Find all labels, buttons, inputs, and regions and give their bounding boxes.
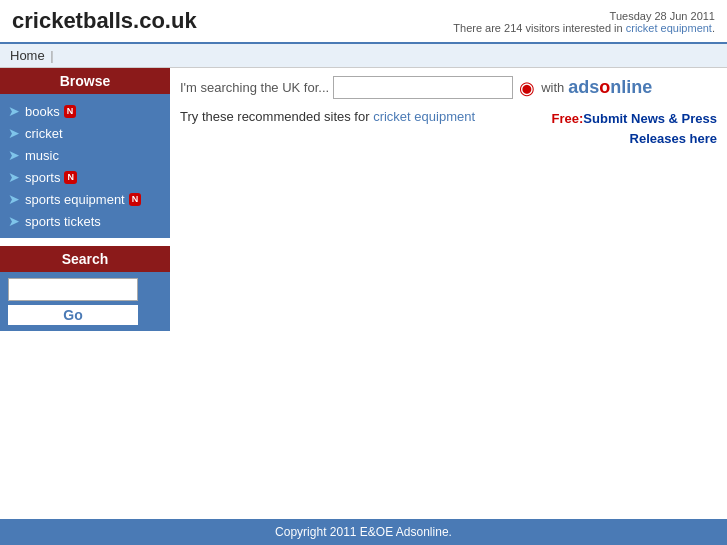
sidebar-list: ➤ books N ➤ cricket ➤ music ➤ sports N ➤… — [0, 94, 170, 238]
badge-new: N — [64, 105, 77, 118]
press-release: Free:Submit News & Press Releases here — [552, 109, 717, 148]
search-bar-label: I'm searching the UK for... — [180, 80, 329, 95]
site-title: cricketballs.co.uk — [12, 8, 197, 34]
sidebar-item-books[interactable]: ➤ books N — [8, 100, 162, 122]
bullet-icon: ➤ — [8, 125, 20, 141]
ads-online-logo: adsonline — [568, 77, 652, 98]
bullet-icon: ➤ — [8, 169, 20, 185]
search-header: Search — [0, 246, 170, 272]
sidebar-item-label: sports — [25, 170, 60, 185]
ads-text-pre: ads — [568, 77, 599, 97]
sidebar-item-sports-equipment[interactable]: ➤ sports equipment N — [8, 188, 162, 210]
visitor-text: There are 214 visitors interested in — [453, 22, 625, 34]
header-info: Tuesday 28 Jun 2011 There are 214 visito… — [453, 10, 715, 34]
bullet-icon: ➤ — [8, 147, 20, 163]
sidebar-item-label: music — [25, 148, 59, 163]
search-section-body: Go — [0, 272, 170, 331]
bullet-icon: ➤ — [8, 213, 20, 229]
uk-search-input[interactable] — [333, 76, 513, 99]
layout: Browse ➤ books N ➤ cricket ➤ music ➤ spo… — [0, 68, 727, 518]
sidebar-item-sports[interactable]: ➤ sports N — [8, 166, 162, 188]
ads-o: o — [599, 77, 610, 97]
with-label: with — [541, 80, 564, 95]
recommended-prefix: Try these recommended sites for — [180, 109, 373, 124]
sidebar-item-cricket[interactable]: ➤ cricket — [8, 122, 162, 144]
browse-header: Browse — [0, 68, 170, 94]
badge-new: N — [64, 171, 77, 184]
go-button[interactable]: Go — [8, 305, 138, 325]
press-submit-label: Submit News & Press — [583, 111, 717, 126]
search-input[interactable] — [8, 278, 138, 301]
press-releases-label: Releases here — [630, 131, 717, 146]
bullet-icon: ➤ — [8, 191, 20, 207]
recommended-sites: Try these recommended sites for cricket … — [180, 109, 475, 124]
main-content: I'm searching the UK for... ◉ with adson… — [170, 68, 727, 518]
page-header: cricketballs.co.uk Tuesday 28 Jun 2011 T… — [0, 0, 727, 44]
uk-search-bar: I'm searching the UK for... ◉ with adson… — [180, 76, 717, 99]
nav-home[interactable]: Home — [10, 48, 45, 63]
ads-text-post: nline — [610, 77, 652, 97]
header-date: Tuesday 28 Jun 2011 — [610, 10, 715, 22]
badge-new: N — [129, 193, 142, 206]
sidebar: Browse ➤ books N ➤ cricket ➤ music ➤ spo… — [0, 68, 170, 518]
visitor-link[interactable]: cricket equipment — [626, 22, 712, 34]
radio-icon: ◉ — [519, 77, 535, 99]
nav-separator: | — [50, 48, 53, 63]
sidebar-item-label: books — [25, 104, 60, 119]
bullet-icon: ➤ — [8, 103, 20, 119]
sidebar-item-label: cricket — [25, 126, 63, 141]
press-free-label: Free: — [552, 111, 584, 126]
navbar: Home | — [0, 44, 727, 68]
sidebar-item-label: sports equipment — [25, 192, 125, 207]
sidebar-item-sports-tickets[interactable]: ➤ sports tickets — [8, 210, 162, 232]
recommended-link[interactable]: cricket equipment — [373, 109, 475, 124]
sidebar-item-label: sports tickets — [25, 214, 101, 229]
sidebar-item-music[interactable]: ➤ music — [8, 144, 162, 166]
